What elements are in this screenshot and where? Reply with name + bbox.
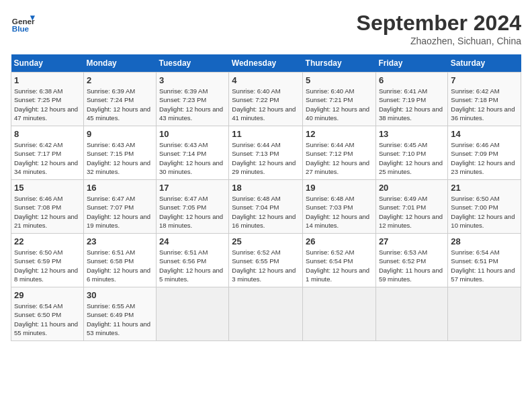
day-number: 19 <box>306 183 373 193</box>
day-number: 6 <box>379 75 445 85</box>
day-number: 4 <box>232 75 300 85</box>
day-number: 16 <box>87 183 153 193</box>
day-detail: Sunrise: 6:50 AMSunset: 7:00 PMDaylight:… <box>451 194 518 230</box>
day-number: 18 <box>232 183 300 193</box>
day-detail: Sunrise: 6:50 AMSunset: 6:59 PMDaylight:… <box>14 248 81 283</box>
day-detail: Sunrise: 6:52 AMSunset: 6:55 PMDaylight:… <box>232 248 300 283</box>
day-detail: Sunrise: 6:43 AMSunset: 7:15 PMDaylight:… <box>87 140 153 176</box>
day-number: 1 <box>14 75 81 85</box>
calendar-cell: 9 Sunrise: 6:43 AMSunset: 7:15 PMDayligh… <box>83 126 156 180</box>
calendar-cell: 3 Sunrise: 6:39 AMSunset: 7:23 PMDayligh… <box>157 73 229 126</box>
day-number: 21 <box>451 183 518 193</box>
calendar-cell: 18 Sunrise: 6:48 AMSunset: 7:04 PMDaylig… <box>229 180 303 234</box>
day-detail: Sunrise: 6:52 AMSunset: 6:54 PMDaylight:… <box>306 248 373 283</box>
calendar-cell <box>303 287 376 341</box>
day-number: 30 <box>87 290 153 300</box>
day-number: 8 <box>14 129 81 139</box>
day-detail: Sunrise: 6:44 AMSunset: 7:13 PMDaylight:… <box>232 140 300 176</box>
calendar-cell: 6 Sunrise: 6:41 AMSunset: 7:19 PMDayligh… <box>375 73 447 126</box>
day-detail: Sunrise: 6:39 AMSunset: 7:24 PMDaylight:… <box>87 87 153 122</box>
calendar-cell: 22 Sunrise: 6:50 AMSunset: 6:59 PMDaylig… <box>11 234 84 287</box>
day-detail: Sunrise: 6:44 AMSunset: 7:12 PMDaylight:… <box>306 140 373 176</box>
col-tuesday: Tuesday <box>157 54 229 73</box>
day-detail: Sunrise: 6:38 AMSunset: 7:25 PMDaylight:… <box>14 87 81 122</box>
header-row: Sunday Monday Tuesday Wednesday Thursday… <box>11 54 521 73</box>
calendar-cell: 20 Sunrise: 6:49 AMSunset: 7:01 PMDaylig… <box>375 180 447 234</box>
day-detail: Sunrise: 6:51 AMSunset: 6:56 PMDaylight:… <box>159 248 226 283</box>
calendar-cell <box>157 287 229 341</box>
day-number: 7 <box>451 75 518 85</box>
calendar-cell: 21 Sunrise: 6:50 AMSunset: 7:00 PMDaylig… <box>448 180 521 234</box>
calendar-cell: 25 Sunrise: 6:52 AMSunset: 6:55 PMDaylig… <box>229 234 303 287</box>
col-monday: Monday <box>83 54 156 73</box>
day-number: 27 <box>379 236 445 246</box>
calendar-cell: 30 Sunrise: 6:55 AMSunset: 6:49 PMDaylig… <box>83 287 156 341</box>
col-saturday: Saturday <box>448 54 521 73</box>
calendar-cell: 14 Sunrise: 6:46 AMSunset: 7:09 PMDaylig… <box>448 126 521 180</box>
calendar-row: 22 Sunrise: 6:50 AMSunset: 6:59 PMDaylig… <box>11 234 521 287</box>
calendar-cell: 15 Sunrise: 6:46 AMSunset: 7:08 PMDaylig… <box>11 180 84 234</box>
calendar-cell: 1 Sunrise: 6:38 AMSunset: 7:25 PMDayligh… <box>11 73 84 126</box>
calendar-cell: 19 Sunrise: 6:48 AMSunset: 7:03 PMDaylig… <box>303 180 376 234</box>
day-detail: Sunrise: 6:47 AMSunset: 7:07 PMDaylight:… <box>87 194 153 230</box>
day-number: 17 <box>159 183 226 193</box>
day-detail: Sunrise: 6:48 AMSunset: 7:04 PMDaylight:… <box>232 194 300 230</box>
day-number: 28 <box>451 236 518 246</box>
calendar-cell: 4 Sunrise: 6:40 AMSunset: 7:22 PMDayligh… <box>229 73 303 126</box>
col-sunday: Sunday <box>11 54 84 73</box>
calendar-cell: 13 Sunrise: 6:45 AMSunset: 7:10 PMDaylig… <box>375 126 447 180</box>
month-title: September 2024 <box>357 11 521 36</box>
calendar-cell: 27 Sunrise: 6:53 AMSunset: 6:52 PMDaylig… <box>375 234 447 287</box>
location: Zhaozhen, Sichuan, China <box>357 36 521 46</box>
day-detail: Sunrise: 6:39 AMSunset: 7:23 PMDaylight:… <box>159 87 226 122</box>
day-detail: Sunrise: 6:42 AMSunset: 7:18 PMDaylight:… <box>451 87 518 122</box>
day-number: 29 <box>14 290 81 300</box>
day-detail: Sunrise: 6:53 AMSunset: 6:52 PMDaylight:… <box>379 248 445 283</box>
calendar-cell <box>229 287 303 341</box>
day-number: 3 <box>159 75 226 85</box>
calendar-cell: 28 Sunrise: 6:54 AMSunset: 6:51 PMDaylig… <box>448 234 521 287</box>
svg-text:Blue: Blue <box>12 24 30 33</box>
day-detail: Sunrise: 6:55 AMSunset: 6:49 PMDaylight:… <box>87 302 153 337</box>
day-number: 10 <box>159 129 226 139</box>
day-detail: Sunrise: 6:43 AMSunset: 7:14 PMDaylight:… <box>159 140 226 176</box>
calendar-cell: 24 Sunrise: 6:51 AMSunset: 6:56 PMDaylig… <box>157 234 229 287</box>
day-number: 24 <box>159 236 226 246</box>
col-friday: Friday <box>375 54 447 73</box>
logo: General Blue <box>11 11 38 35</box>
day-number: 22 <box>14 236 81 246</box>
day-number: 26 <box>306 236 373 246</box>
calendar-cell: 11 Sunrise: 6:44 AMSunset: 7:13 PMDaylig… <box>229 126 303 180</box>
day-detail: Sunrise: 6:51 AMSunset: 6:58 PMDaylight:… <box>87 248 153 283</box>
calendar-cell: 17 Sunrise: 6:47 AMSunset: 7:05 PMDaylig… <box>157 180 229 234</box>
day-detail: Sunrise: 6:41 AMSunset: 7:19 PMDaylight:… <box>379 87 445 122</box>
day-number: 14 <box>451 129 518 139</box>
day-number: 15 <box>14 183 81 193</box>
calendar-cell: 7 Sunrise: 6:42 AMSunset: 7:18 PMDayligh… <box>448 73 521 126</box>
day-number: 20 <box>379 183 445 193</box>
day-number: 5 <box>306 75 373 85</box>
calendar-row: 15 Sunrise: 6:46 AMSunset: 7:08 PMDaylig… <box>11 180 521 234</box>
day-detail: Sunrise: 6:54 AMSunset: 6:51 PMDaylight:… <box>451 248 518 283</box>
day-detail: Sunrise: 6:42 AMSunset: 7:17 PMDaylight:… <box>14 140 81 176</box>
day-detail: Sunrise: 6:46 AMSunset: 7:09 PMDaylight:… <box>451 140 518 176</box>
calendar-cell: 2 Sunrise: 6:39 AMSunset: 7:24 PMDayligh… <box>83 73 156 126</box>
page-header: General Blue September 2024 Zhaozhen, Si… <box>11 11 521 46</box>
day-number: 13 <box>379 129 445 139</box>
calendar-row: 29 Sunrise: 6:54 AMSunset: 6:50 PMDaylig… <box>11 287 521 341</box>
calendar-table: Sunday Monday Tuesday Wednesday Thursday… <box>11 54 521 341</box>
day-detail: Sunrise: 6:47 AMSunset: 7:05 PMDaylight:… <box>159 194 226 230</box>
calendar-cell <box>448 287 521 341</box>
calendar-row: 8 Sunrise: 6:42 AMSunset: 7:17 PMDayligh… <box>11 126 521 180</box>
calendar-cell <box>375 287 447 341</box>
day-detail: Sunrise: 6:45 AMSunset: 7:10 PMDaylight:… <box>379 140 445 176</box>
day-number: 11 <box>232 129 300 139</box>
calendar-cell: 8 Sunrise: 6:42 AMSunset: 7:17 PMDayligh… <box>11 126 84 180</box>
title-block: September 2024 Zhaozhen, Sichuan, China <box>357 11 521 46</box>
col-wednesday: Wednesday <box>229 54 303 73</box>
day-detail: Sunrise: 6:46 AMSunset: 7:08 PMDaylight:… <box>14 194 81 230</box>
calendar-cell: 5 Sunrise: 6:40 AMSunset: 7:21 PMDayligh… <box>303 73 376 126</box>
calendar-cell: 16 Sunrise: 6:47 AMSunset: 7:07 PMDaylig… <box>83 180 156 234</box>
calendar-cell: 29 Sunrise: 6:54 AMSunset: 6:50 PMDaylig… <box>11 287 84 341</box>
day-number: 9 <box>87 129 153 139</box>
